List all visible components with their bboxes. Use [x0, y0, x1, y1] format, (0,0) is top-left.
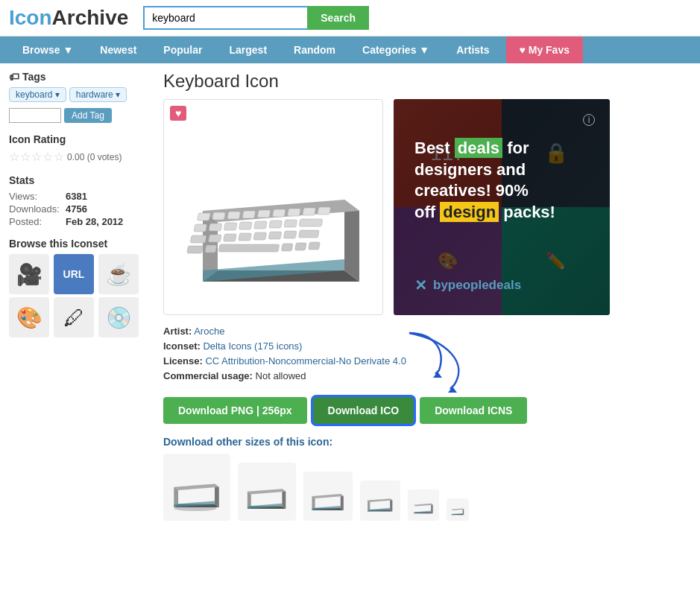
svg-rect-8 — [302, 208, 315, 215]
rating-score: 0.00 (0 votes) — [67, 152, 122, 162]
svg-rect-16 — [283, 220, 297, 227]
svg-rect-13 — [239, 222, 252, 229]
svg-rect-20 — [223, 234, 236, 241]
svg-rect-28 — [218, 244, 280, 252]
iconset-link[interactable]: Delta Icons (175 icons) — [203, 340, 302, 352]
ad-brand-name: bypeopledeals — [433, 278, 521, 293]
iconset-thumb-1[interactable]: 🎥 — [9, 254, 49, 294]
add-tag-input[interactable] — [9, 108, 61, 123]
nav-artists[interactable]: Artists — [443, 37, 502, 63]
size-thumb-256[interactable] — [163, 454, 230, 521]
svg-rect-17 — [299, 219, 323, 226]
svg-rect-10 — [193, 224, 206, 232]
tag-hardware[interactable]: hardware ▾ — [69, 87, 127, 102]
fav-button[interactable]: ♥ — [170, 106, 186, 121]
stat-downloads: Downloads: 4756 — [9, 203, 154, 215]
svg-rect-21 — [238, 233, 251, 241]
icon-title: Keyboard Icon — [163, 71, 691, 92]
nav-random[interactable]: Random — [280, 37, 349, 63]
size-thumb-48[interactable] — [360, 481, 400, 521]
other-sizes-section: Download other sizes of this icon: — [163, 436, 691, 521]
tag-keyboard[interactable]: keyboard ▾ — [9, 87, 66, 102]
commercial-value: Not allowed — [256, 370, 306, 381]
tag-icon: 🏷 — [9, 71, 19, 83]
icon-rating-section: Icon Rating ☆ ☆ ☆ ☆ ☆ 0.00 (0 votes) — [9, 133, 154, 164]
download-icns-button[interactable]: Download ICNS — [420, 397, 527, 424]
svg-rect-5 — [257, 210, 271, 218]
search-input[interactable] — [143, 6, 307, 30]
icon-preview-box: ♥ — [163, 99, 383, 315]
svg-rect-4 — [242, 211, 256, 218]
meta-commercial: Commercial usage: Not allowed — [163, 370, 691, 381]
stat-views: Views: 6381 — [9, 191, 154, 202]
nav-newest[interactable]: Newest — [86, 37, 150, 63]
ad-box[interactable]: 117 🔒 🎨 ✏️ i Best deals for designers an… — [394, 99, 610, 315]
iconset-thumb-2[interactable]: URL — [54, 254, 94, 294]
nav-favs[interactable]: ♥ My Favs — [506, 37, 583, 63]
svg-rect-1 — [197, 213, 210, 221]
search-bar: Search — [143, 6, 369, 30]
svg-rect-31 — [308, 242, 320, 250]
iconset-thumb-3[interactable]: ☕ — [98, 254, 139, 294]
star-rating[interactable]: ☆ ☆ ☆ ☆ ☆ — [9, 150, 64, 164]
artist-link[interactable]: Aroche — [194, 326, 224, 337]
logo-archive: Archive — [52, 6, 129, 29]
sidebar: 🏷 Tags keyboard ▾ hardware ▾ Add Tag Ico… — [9, 71, 154, 521]
download-ico-button[interactable]: Download ICO — [313, 397, 414, 424]
tag-container: keyboard ▾ hardware ▾ — [9, 87, 154, 102]
main: 🏷 Tags keyboard ▾ hardware ▾ Add Tag Ico… — [0, 63, 700, 528]
logo[interactable]: IconArchive — [9, 6, 128, 30]
svg-marker-33 — [448, 387, 457, 393]
svg-rect-25 — [298, 230, 319, 238]
nav-categories[interactable]: Categories ▼ — [349, 37, 443, 63]
svg-rect-29 — [281, 244, 293, 251]
ad-text: Best deals for designers and creatives! … — [414, 138, 589, 223]
star-5[interactable]: ☆ — [54, 150, 64, 164]
nav-browse[interactable]: Browse ▼ — [9, 37, 86, 63]
icon-rating-title: Icon Rating — [9, 133, 154, 145]
browse-iconset: Browse this Iconset 🎥 URL ☕ 🎨 🖊 💿 — [9, 238, 154, 337]
size-thumb-32[interactable] — [408, 489, 439, 521]
svg-rect-19 — [208, 235, 221, 242]
size-thumb-64[interactable] — [303, 472, 353, 521]
star-1[interactable]: ☆ — [9, 150, 19, 164]
other-sizes-grid — [163, 454, 691, 521]
nav-popular[interactable]: Popular — [150, 37, 215, 63]
iconset-thumb-6[interactable]: 💿 — [98, 297, 139, 337]
download-png-button[interactable]: Download PNG | 256px — [163, 397, 307, 424]
star-3[interactable]: ☆ — [31, 150, 42, 164]
star-4[interactable]: ☆ — [42, 150, 53, 164]
svg-rect-30 — [294, 243, 306, 250]
ad-brand: ✕ bypeopledeals — [414, 276, 589, 294]
svg-rect-11 — [209, 223, 222, 231]
svg-rect-22 — [253, 232, 266, 240]
svg-rect-23 — [268, 232, 282, 239]
browse-iconset-title: Browse this Iconset — [9, 238, 154, 250]
ad-highlight-deals: deals — [455, 138, 502, 158]
ad-highlight-design: design — [440, 202, 499, 222]
iconset-thumb-5[interactable]: 🖊 — [54, 297, 94, 337]
search-button[interactable]: Search — [307, 6, 369, 30]
nav-largest[interactable]: Largest — [215, 37, 280, 63]
svg-rect-26 — [186, 246, 203, 253]
size-thumb-128[interactable] — [238, 463, 296, 521]
ad-info-icon: i — [583, 114, 595, 126]
svg-rect-6 — [272, 209, 286, 217]
svg-rect-27 — [204, 245, 216, 253]
meta-iconset: Iconset: Delta Icons (175 icons) — [163, 340, 691, 352]
svg-rect-18 — [190, 235, 206, 243]
logo-icon: Icon — [9, 6, 52, 29]
icon-area: ♥ — [163, 99, 691, 315]
header: IconArchive Search — [0, 0, 700, 37]
svg-rect-24 — [283, 231, 297, 238]
meta-section: Artist: Aroche Iconset: Delta Icons (175… — [163, 326, 691, 381]
license-link[interactable]: CC Attribution-Noncommercial-No Derivate… — [205, 355, 406, 367]
svg-rect-2 — [212, 212, 225, 220]
add-tag-button[interactable]: Add Tag — [64, 108, 112, 123]
iconset-thumb-4[interactable]: 🎨 — [9, 297, 49, 337]
svg-rect-7 — [287, 209, 300, 216]
star-2[interactable]: ☆ — [20, 150, 31, 164]
size-thumb-16[interactable] — [447, 498, 469, 521]
ad-brand-x: ✕ — [414, 276, 427, 294]
svg-rect-3 — [227, 212, 240, 219]
